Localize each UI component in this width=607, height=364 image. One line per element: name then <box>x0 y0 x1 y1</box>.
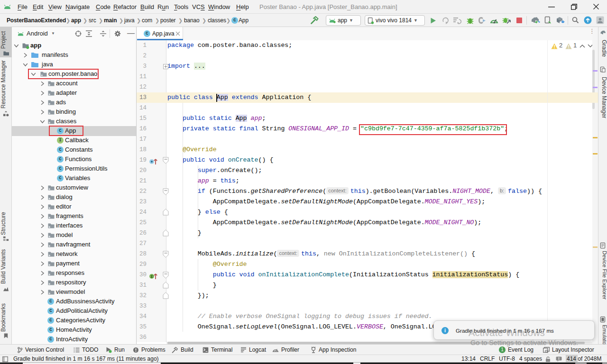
svg-text:I: I <box>151 274 153 279</box>
